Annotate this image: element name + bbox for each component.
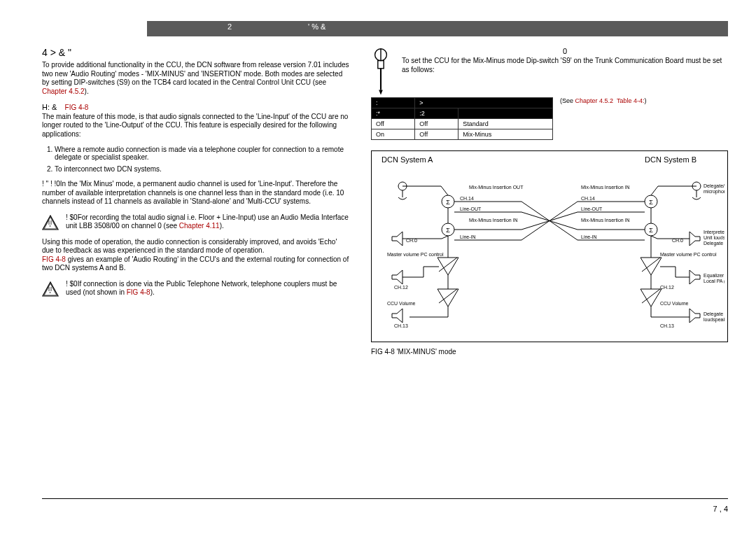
svg-text:CH.12: CH.12 [660,285,674,290]
svg-text:CH.0: CH.0 [672,238,683,243]
echo-paragraph: Using this mode of operation, the audio … [42,238,350,273]
cell: On [372,129,415,140]
page-number: 7 , 4 [713,505,728,513]
echo-text: Using this mode of operation, the audio … [42,238,337,255]
table-row: Off Off Standard [372,119,553,129]
svg-text:Σ: Σ [446,199,450,206]
echo-text2: gives an example of 'Audio Routing' in t… [42,255,349,272]
svg-marker-58 [640,289,662,307]
th-top-right: > [415,98,553,108]
svg-line-16 [441,186,448,195]
dip-switch-table: : > :* :2 Off Off Standard [371,97,553,140]
svg-text:Mix-Minus Insertion IN: Mix-Minus Insertion IN [469,218,518,223]
svg-text:Line-IN: Line-IN [581,234,597,239]
fig-ref: FIG 4-8 [65,104,89,111]
left-column: 4 > & " To provide additional functional… [42,47,371,356]
note2-text: If connection is done via the Public Tel… [66,280,337,297]
system-b-label: DCN System B [645,155,696,164]
cell: Off [372,119,415,129]
th-top-left: : [372,98,415,108]
list-item: To interconnect two DCN systems. [55,165,350,173]
application-list: Where a remote audio connection is made … [55,146,350,173]
note-row: ! $0If connection is done via the Public… [42,280,350,297]
table-row: On Off Mix-Minus [372,129,553,140]
svg-text:Interpreter headphonesUnit lou: Interpreter headphonesUnit loudspeakerDe… [704,230,724,246]
svg-marker-24 [438,258,458,275]
svg-text:CCU Volume: CCU Volume [387,301,416,306]
svg-line-23 [442,236,448,239]
svg-text:Mix-Minus Insertion IN: Mix-Minus Insertion IN [581,185,630,190]
cell: Off [415,119,458,129]
see-ref1: Chapter 4.5.2 [575,97,614,104]
svg-text:Mix-Minus Insertion OUT: Mix-Minus Insertion OUT [469,185,524,190]
svg-text:CH.13: CH.13 [660,323,674,328]
svg-text:CCU Volume: CCU Volume [660,301,689,306]
dip-table-wrap: : > :* :2 Off Off Standard [371,94,728,140]
right-column: 0 To set the CCU for the Mix-Minus mode … [371,47,728,356]
mode-label: H: & [42,103,57,111]
note2-end: ). [150,288,155,296]
svg-text:Master volume PC control: Master volume PC control [387,252,444,257]
intro-end: ). [85,87,89,95]
list-item: Where a remote audio connection is made … [55,146,350,161]
note1: ! $0For recording the total audio signal… [66,213,350,231]
see-ref2: Table 4-4: [617,97,645,104]
channel-label: ! " ! !0 [42,180,60,188]
intro-text: To provide additional functionality in t… [42,61,349,86]
svg-text:CH.14: CH.14 [581,196,595,201]
mix-minus-diagram: DCN System A DCN System B Σ Σ [371,150,728,342]
svg-line-50 [651,186,658,195]
figure-caption: FIG 4-8 'MIX-MINUS' mode [371,348,728,356]
mode-text: The main feature of this mode, is that a… [42,113,348,138]
setup-text: To set the CCU for the Mix-Minus mode Di… [402,57,728,74]
setup-block: 0 To set the CCU for the Mix-Minus mode … [371,47,728,89]
section-header-bar: 2 ' % & [147,21,728,36]
note2: ! $0If connection is done via the Public… [66,280,350,297]
chapter-ref: Chapter 4.5.2 [42,87,85,95]
see-text: (See [560,97,575,104]
cell: Off [415,129,458,140]
svg-text:Line-IN: Line-IN [460,234,476,239]
svg-text:Σ: Σ [649,199,653,206]
svg-marker-28 [438,289,458,307]
th-sub3 [458,108,553,119]
note-row: ! $0For recording the total audio signal… [42,213,350,231]
header-text: ' % & [308,22,326,31]
cell: Mix-Minus [458,129,553,140]
triangle-warning-icon [42,281,59,297]
note1-end: ). [220,222,224,230]
svg-text:CH.0: CH.0 [406,238,417,243]
diagram-svg: Σ Σ [374,167,724,335]
see-end: ) [644,97,646,104]
echo-ref: FIG 4-8 [42,255,66,263]
channel-note: ! " ! !0In the 'Mix Minus' mode, a perma… [42,180,350,206]
svg-text:CH.14: CH.14 [460,196,474,201]
svg-text:Mix-Minus Insertion IN: Mix-Minus Insertion IN [581,218,630,223]
section-title: 4 > & " [42,47,350,58]
svg-text:Equalizer PALocal PA (MCCU): Equalizer PALocal PA (MCCU) [704,273,724,284]
svg-rect-6 [378,61,384,69]
note1-label: ! $0 [66,213,78,221]
triangle-warning-icon [42,215,59,230]
svg-text:Delegate/Chairmanmicrophones: Delegate/Chairmanmicrophones [704,183,724,195]
svg-text:Master volume PC control: Master volume PC control [660,252,717,257]
mode-heading: H: & FIG 4-8 The main feature of this mo… [42,103,350,139]
channel-text: In the 'Mix Minus' mode, a permanent aud… [42,180,344,205]
th-sub2: :2 [415,108,458,119]
system-a-label: DCN System A [382,155,433,164]
note1-ref: Chapter 4.11 [179,222,220,230]
note2-ref: FIG 4-8 [127,288,150,296]
svg-marker-54 [640,258,662,275]
svg-text:Line-OUT: Line-OUT [581,206,603,211]
svg-text:Line-OUT: Line-OUT [460,206,482,211]
screwdriver-icon [371,47,391,89]
footer-rule [42,498,728,499]
cell: Standard [458,119,553,129]
setup-label: 0 [402,47,728,55]
note2-label: ! $0 [66,280,78,288]
see-reference: (See Chapter 4.5.2 Table 4-4:) [560,94,646,104]
svg-text:CH.12: CH.12 [394,285,408,290]
svg-text:Delegate unitloudspeaker: Delegate unitloudspeaker [704,311,724,323]
header-number: 2 [227,22,232,31]
svg-text:CH.13: CH.13 [394,323,408,328]
